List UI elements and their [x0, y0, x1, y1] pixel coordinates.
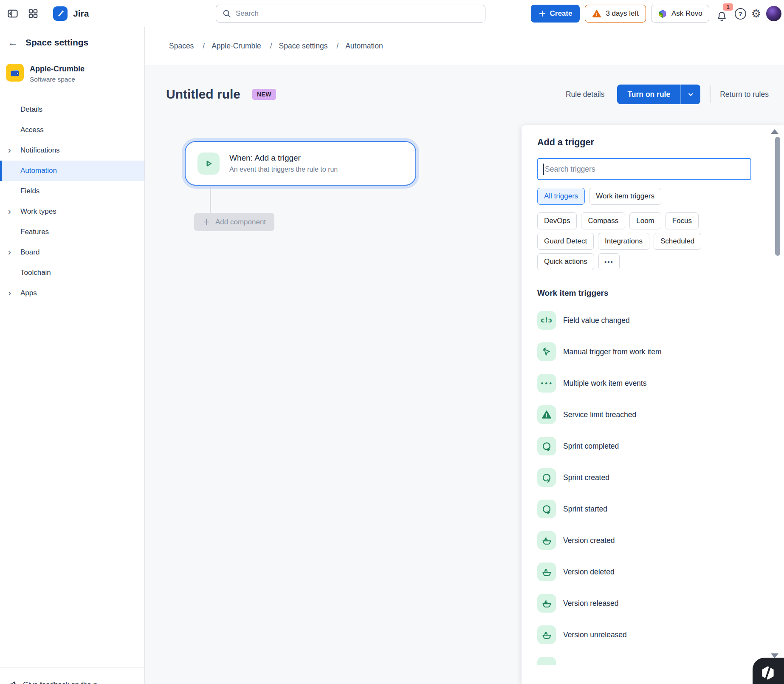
turn-on-rule-button[interactable]: Turn on rule [617, 85, 680, 104]
filter-chip[interactable]: Work item triggers [589, 188, 661, 205]
search-triggers-placeholder: Search triggers [545, 165, 595, 174]
trigger-list-item[interactable]: Version created [537, 531, 784, 550]
filter-chip[interactable]: Quick actions [537, 253, 594, 270]
sidebar-item[interactable]: Automation [0, 161, 144, 181]
sidebar-item-label: Notifications [20, 146, 60, 155]
sidebar-item[interactable]: Toolchain [0, 263, 144, 283]
turn-on-rule-split-button: Turn on rule [617, 85, 700, 104]
vertical-divider [710, 85, 711, 103]
manual-trigger-icon [541, 346, 552, 357]
back-arrow-icon[interactable]: ← [8, 37, 18, 48]
filter-chip[interactable]: All triggers [537, 188, 585, 205]
sidebar-item[interactable]: Details [0, 99, 144, 120]
sidebar-item[interactable]: › Work types [0, 201, 144, 222]
rule-actions: Rule details Turn on rule Return to rule… [566, 85, 769, 104]
sidebar-item[interactable]: › Board [0, 242, 144, 263]
trigger-list-item[interactable]: Version deleted [537, 562, 784, 581]
trigger-list-item[interactable]: c!ɔ Field value changed [537, 311, 784, 330]
breadcrumb-item[interactable]: Apple-Crumble [196, 42, 261, 50]
trigger-list-item[interactable]: Version released [537, 594, 784, 613]
sidebar-item-label: Apps [20, 289, 37, 297]
sidebar-item-label: Features [20, 228, 49, 236]
sidebar-item[interactable]: › Apps [0, 283, 144, 303]
jira-logo-icon [56, 9, 65, 18]
top-navigation-bar: Jira Search Create 3 days left Ask Rovo … [0, 0, 784, 27]
ask-rovo-button[interactable]: Ask Rovo [651, 5, 709, 23]
trigger-icon-tile: ••• [537, 657, 556, 665]
filter-chip[interactable]: Scheduled [654, 233, 701, 250]
rule-header-row: Untitled rule NEW Rule details Turn on r… [166, 82, 769, 106]
breadcrumb-item[interactable]: Space settings [263, 42, 328, 50]
space-summary: Apple-Crumble Software space [0, 48, 144, 83]
search-triggers-input[interactable]: Search triggers [537, 158, 751, 180]
trigger-list-item[interactable]: ••• Multiple work item events [537, 374, 784, 393]
create-button[interactable]: Create [531, 5, 580, 23]
sidebar-item[interactable]: Fields [0, 181, 144, 201]
feedback-link[interactable]: Give feedback on the n [0, 667, 145, 684]
trigger-list-item[interactable]: Sprint completed [537, 437, 784, 455]
notifications-button[interactable]: 1 [714, 5, 730, 22]
more-filters-button[interactable]: ••• [598, 253, 620, 270]
sidebar-item-label: Details [20, 105, 42, 114]
breadcrumb-item[interactable]: Automation [330, 42, 383, 50]
trigger-label: Version unreleased [563, 630, 627, 639]
trigger-label: Version deleted [563, 568, 615, 577]
jira-automation-screen: Jira Search Create 3 days left Ask Rovo … [0, 0, 784, 684]
rovo-chat-fab[interactable] [753, 658, 784, 684]
gear-icon: ⚙ [751, 7, 761, 20]
scrollbar-thumb[interactable] [775, 137, 780, 256]
filter-chip[interactable]: Compass [581, 212, 625, 229]
sidebar-item[interactable]: Features [0, 222, 144, 242]
search-icon [222, 9, 231, 18]
jira-logo[interactable] [53, 6, 68, 21]
sidebar-item[interactable]: › Notifications [0, 140, 144, 161]
trigger-icon-tile [537, 625, 556, 644]
global-search-input[interactable]: Search [216, 5, 485, 23]
filter-chip[interactable]: Focus [666, 212, 699, 229]
sprint-icon [541, 503, 553, 515]
sidebar-header: ← Space settings [0, 27, 144, 48]
scrollbar-up-arrow[interactable] [771, 129, 778, 134]
trigger-list-item[interactable]: ••• [537, 657, 784, 665]
trigger-label: Sprint completed [563, 442, 619, 451]
breadcrumb-item[interactable]: Spaces [169, 42, 194, 50]
settings-button[interactable]: ⚙ [751, 8, 761, 19]
play-icon [203, 158, 214, 169]
filter-chip-label: Loom [636, 217, 654, 225]
trigger-list-item[interactable]: Sprint created [537, 468, 784, 487]
rule-details-button[interactable]: Rule details [566, 90, 604, 99]
filter-chip[interactable]: Guard Detect [537, 233, 594, 250]
trigger-list-item[interactable]: Manual trigger from work item [537, 342, 784, 361]
rule-title[interactable]: Untitled rule [166, 87, 240, 102]
trigger-list-item[interactable]: Service limit breached [537, 405, 784, 424]
sidebar-item-label: Work types [20, 207, 56, 216]
return-to-rules-button[interactable]: Return to rules [720, 90, 769, 99]
trigger-label: Sprint started [563, 505, 607, 514]
trigger-card-title: When: Add a trigger [229, 153, 338, 163]
filter-chip[interactable]: Loom [629, 212, 661, 229]
filter-chip-label: DevOps [544, 217, 570, 225]
search-placeholder: Search [236, 9, 259, 18]
filter-chip[interactable]: Integrations [598, 233, 649, 250]
add-component-button[interactable]: Add component [194, 213, 274, 231]
trigger-label: Version created [563, 536, 615, 545]
megaphone-icon [8, 680, 18, 684]
trigger-list-item[interactable]: Sprint started [537, 500, 784, 518]
user-avatar[interactable] [766, 6, 781, 21]
trigger-placeholder-card[interactable]: When: Add a trigger An event that trigge… [185, 141, 416, 186]
type-filter-chips: All triggers Work item triggers [537, 188, 745, 205]
new-badge: NEW [252, 89, 276, 100]
multiple-events-icon: ••• [540, 380, 553, 387]
filter-chip-label: All triggers [544, 192, 578, 201]
trigger-list-item[interactable]: Version unreleased [537, 625, 784, 644]
sidebar-item[interactable]: Access [0, 120, 144, 140]
collapse-sidebar-button[interactable] [6, 6, 20, 21]
filter-chip[interactable]: DevOps [537, 212, 577, 229]
category-filter-chips: DevOps Compass Loom Focus Guard Detect [537, 212, 745, 270]
sprint-icon [541, 441, 553, 452]
app-switcher-button[interactable] [26, 6, 40, 21]
turn-on-rule-dropdown-button[interactable] [680, 85, 700, 104]
trigger-label: Multiple work item events [563, 379, 646, 388]
trial-days-left-button[interactable]: 3 days left [585, 5, 646, 23]
help-button[interactable]: ? [735, 8, 746, 20]
